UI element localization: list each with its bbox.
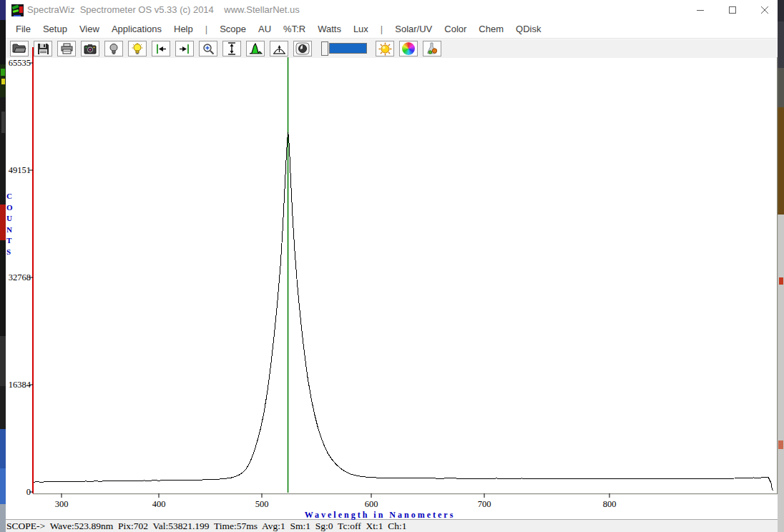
snapshot-button[interactable]	[81, 41, 99, 56]
bulb-off-icon	[109, 43, 119, 55]
app-window: SpectraWiz Spectrometer OS v5.33 (c) 201…	[6, 0, 778, 532]
cursor-right-icon	[178, 44, 191, 54]
dial-button[interactable]	[293, 41, 312, 56]
color-wheel-button[interactable]	[399, 41, 418, 56]
cursor-prev-button[interactable]	[152, 41, 170, 56]
cursor-next-button[interactable]	[175, 41, 194, 56]
dial-icon	[295, 42, 310, 55]
menu-item-help[interactable]: Help	[174, 24, 193, 34]
menu-item-watts[interactable]: Watts	[318, 24, 341, 34]
zoom-in-button[interactable]	[199, 41, 217, 56]
close-button[interactable]	[750, 0, 780, 20]
menu-item-lux[interactable]: Lux	[353, 24, 368, 34]
chem-flask-icon	[426, 42, 439, 55]
status-readout: SCOPE-> Wave:523.89nm Pix:702 Val:53821.…	[6, 521, 406, 532]
peak-arrow-icon	[273, 43, 286, 55]
menu-item-au[interactable]: AU	[258, 24, 271, 34]
vertical-arrows-icon	[227, 42, 237, 55]
menu-item-view[interactable]: View	[79, 24, 99, 34]
open-folder-icon	[12, 43, 26, 54]
menu-separator: |	[205, 24, 207, 34]
spectrum-overlay-button[interactable]	[246, 41, 265, 56]
print-button[interactable]	[57, 41, 76, 56]
status-bar: SCOPE-> Wave:523.89nm Pix:702 Val:53821.…	[6, 519, 778, 532]
slider-thumb-icon[interactable]	[321, 41, 328, 56]
menu-item-chem[interactable]: Chem	[479, 24, 504, 34]
app-icon	[11, 4, 24, 16]
menu-bar: FileSetupViewApplicationsHelp|ScopeAU%T:…	[6, 20, 778, 39]
save-floppy-icon	[37, 43, 49, 55]
title-bar[interactable]: SpectraWiz Spectrometer OS v5.33 (c) 201…	[6, 0, 778, 20]
window-title: SpectraWiz Spectrometer OS v5.33 (c) 201…	[27, 4, 300, 15]
desktop-strip-right	[778, 0, 784, 532]
printer-icon	[60, 43, 74, 54]
menu-item-applications[interactable]: Applications	[112, 24, 162, 34]
integration-slider-slider[interactable]	[321, 41, 368, 56]
maximize-button[interactable]	[717, 0, 748, 20]
color-wheel-icon	[402, 42, 415, 55]
sun-icon	[378, 42, 392, 56]
desktop-strip-left	[0, 0, 6, 532]
chem-button[interactable]	[423, 41, 441, 56]
menu-item--t-r[interactable]: %T:R	[283, 24, 305, 34]
menu-separator: |	[381, 24, 383, 34]
screen: SpectraWiz Spectrometer OS v5.33 (c) 201…	[0, 0, 784, 532]
solar-button[interactable]	[376, 41, 394, 56]
menu-item-setup[interactable]: Setup	[43, 24, 67, 34]
menu-item-solar-uv[interactable]: Solar/UV	[395, 24, 432, 34]
bulb-on-icon	[132, 43, 143, 55]
spectrum-peak-icon	[249, 43, 263, 54]
open-button[interactable]	[10, 41, 29, 56]
slider-track[interactable]	[329, 43, 367, 54]
autoscale-y-button[interactable]	[222, 41, 241, 56]
cursor-left-icon	[155, 44, 167, 54]
menu-item-qdisk[interactable]: QDisk	[516, 24, 541, 34]
lamp-off-button[interactable]	[104, 41, 123, 56]
menu-item-color[interactable]: Color	[444, 24, 466, 34]
menu-item-file[interactable]: File	[16, 24, 31, 34]
camera-icon	[84, 44, 97, 54]
save-button[interactable]	[34, 41, 52, 56]
minimize-button[interactable]	[685, 0, 715, 20]
peak-track-button[interactable]	[270, 41, 288, 56]
lamp-on-button[interactable]	[128, 41, 147, 56]
menu-item-scope[interactable]: Scope	[220, 24, 246, 34]
magnifier-plus-icon	[202, 43, 215, 55]
toolbar	[6, 39, 778, 58]
